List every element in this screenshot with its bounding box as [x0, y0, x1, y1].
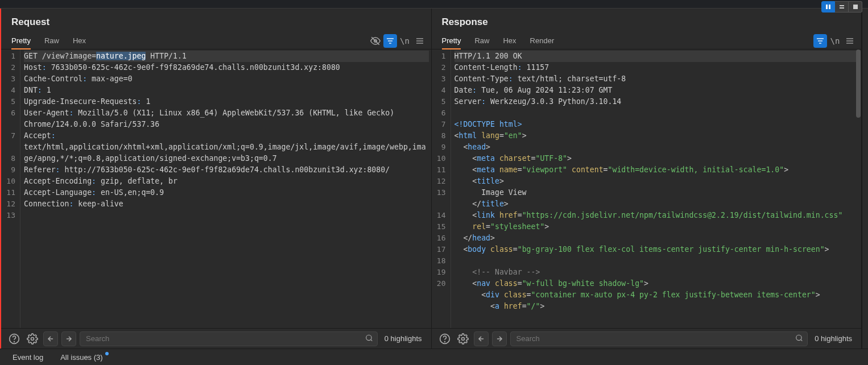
svg-rect-23 [846, 43, 853, 43]
help-icon[interactable] [7, 331, 22, 346]
svg-rect-1 [829, 5, 830, 9]
response-title: Response [432, 9, 862, 32]
newline-icon[interactable]: \n [828, 34, 842, 48]
tab-render[interactable]: Render [530, 33, 555, 49]
back-icon[interactable] [43, 331, 58, 346]
response-gutter: 12345678910111213 14151617181920 [432, 49, 451, 328]
svg-point-25 [444, 341, 445, 342]
svg-rect-10 [416, 38, 423, 39]
settings-icon[interactable] [25, 331, 40, 346]
pause-button[interactable] [821, 1, 835, 13]
request-highlights: 0 highlights [381, 334, 425, 343]
response-editor[interactable]: 12345678910111213 14151617181920 HTTP/1.… [432, 49, 862, 328]
request-editor[interactable]: 123456 7 8910111213 GET /view?image=natu… [1, 49, 431, 328]
tab-raw[interactable]: Raw [44, 33, 59, 49]
svg-rect-0 [826, 5, 828, 9]
forward-icon[interactable] [492, 331, 507, 346]
svg-point-14 [14, 341, 15, 342]
stop-button[interactable] [849, 1, 862, 13]
event-log-link[interactable]: Event log [13, 353, 43, 362]
menu-icon[interactable] [843, 34, 857, 48]
settings-icon[interactable] [456, 331, 470, 346]
svg-rect-11 [416, 40, 423, 41]
tab-pretty[interactable]: Pretty [11, 33, 31, 49]
svg-rect-19 [818, 40, 822, 41]
menu-icon[interactable] [413, 34, 427, 48]
svg-rect-9 [389, 43, 391, 43]
response-scrollbar[interactable] [855, 49, 861, 328]
tab-hex[interactable]: Hex [503, 33, 516, 49]
filter-icon[interactable] [813, 34, 827, 48]
right-strip [862, 9, 868, 349]
svg-point-15 [31, 337, 34, 340]
notification-dot-icon [105, 352, 109, 355]
svg-point-26 [461, 337, 464, 340]
forward-icon[interactable] [61, 331, 76, 346]
request-gutter: 123456 7 8910111213 [1, 49, 20, 328]
tab-hex[interactable]: Hex [73, 33, 86, 49]
svg-rect-2 [840, 5, 844, 6]
request-panel: Request Pretty Raw Hex \n 123456 7 89101… [1, 9, 432, 349]
svg-rect-3 [840, 7, 844, 9]
tab-raw[interactable]: Raw [474, 33, 489, 49]
tab-pretty[interactable]: Pretty [442, 33, 461, 49]
svg-rect-21 [846, 38, 853, 39]
filter-icon[interactable] [383, 34, 397, 48]
request-title: Request [1, 9, 431, 32]
top-right-toolbar [821, 1, 862, 13]
help-icon[interactable] [437, 331, 452, 346]
footer-bar: Event log All issues (3) [0, 349, 868, 365]
all-issues-link[interactable]: All issues (3) [60, 353, 102, 362]
visibility-off-icon[interactable] [369, 34, 382, 48]
svg-rect-4 [853, 5, 858, 9]
newline-icon[interactable]: \n [398, 34, 412, 48]
response-highlights: 0 highlights [811, 334, 855, 343]
svg-rect-20 [819, 43, 821, 43]
response-search-input[interactable] [510, 331, 808, 346]
response-panel: Response Pretty Raw Hex Render \n 123456… [432, 9, 862, 349]
svg-rect-22 [846, 40, 853, 41]
svg-rect-12 [416, 43, 423, 43]
equals-button[interactable] [835, 1, 849, 13]
svg-rect-7 [387, 38, 394, 39]
back-icon[interactable] [474, 331, 489, 346]
request-search-input[interactable] [80, 331, 378, 346]
svg-rect-8 [388, 40, 392, 41]
svg-rect-18 [817, 38, 824, 39]
